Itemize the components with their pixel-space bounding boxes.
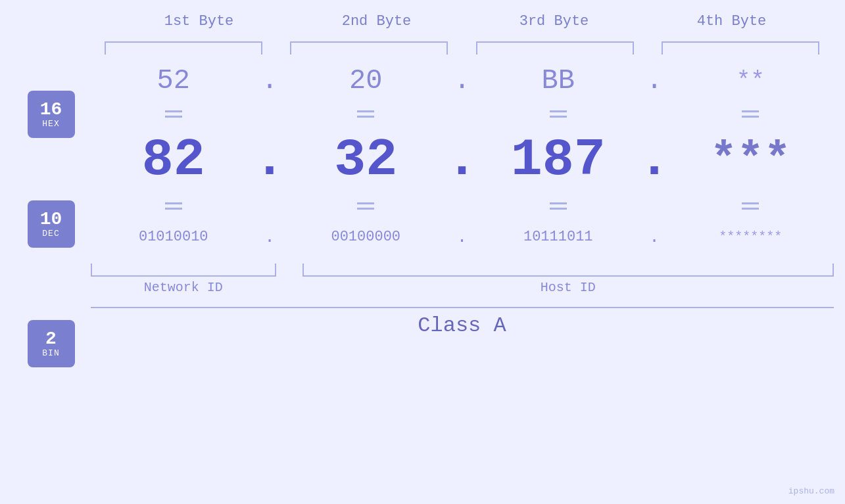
host-id-label: Host ID <box>302 280 834 295</box>
top-brackets <box>91 35 834 55</box>
eq2-b2 <box>283 202 449 210</box>
hex-label: HEX <box>42 119 59 129</box>
bin-dot3: . <box>641 227 667 247</box>
byte-header-2: 2nd Byte <box>288 13 466 35</box>
bin-dot2: . <box>449 227 475 247</box>
hex-byte2: 20 <box>283 65 449 97</box>
hex-number: 16 <box>40 101 62 119</box>
dec-dot2: . <box>449 130 475 190</box>
eq1-b2 <box>283 110 449 118</box>
dec-dot1: . <box>256 130 283 190</box>
dec-badge: 10 DEC <box>28 200 75 248</box>
byte-headers: 1st Byte 2nd Byte 3rd Byte 4th Byte <box>110 13 821 35</box>
hex-dot3: . <box>641 65 667 97</box>
bin-label: BIN <box>42 348 59 358</box>
eq1-b1 <box>91 110 257 118</box>
bin-byte4: ******** <box>667 229 834 244</box>
dec-byte4: *** <box>667 135 834 185</box>
dec-byte3: 187 <box>475 130 642 190</box>
bottom-brackets <box>91 263 834 277</box>
class-label: Class A <box>418 313 506 338</box>
dec-number: 10 <box>40 210 62 229</box>
bracket-top-1 <box>91 35 277 55</box>
bin-byte1: 01010010 <box>91 229 257 245</box>
dec-label: DEC <box>42 229 59 239</box>
bracket-top-3 <box>462 35 648 55</box>
bin-byte3: 10111011 <box>475 229 642 245</box>
dec-row: 82 . 32 . 187 . *** <box>91 124 834 196</box>
byte-header-4: 4th Byte <box>643 13 821 35</box>
byte-header-1: 1st Byte <box>110 13 288 35</box>
hex-dot2: . <box>449 65 475 97</box>
bases-column: 16 HEX 10 DEC 2 BIN <box>12 35 91 367</box>
network-id-label: Network ID <box>91 280 277 295</box>
dec-dot3: . <box>641 130 667 190</box>
hex-byte4: ** <box>667 68 834 95</box>
class-section: Class A <box>91 307 834 338</box>
eq2-b3 <box>475 202 642 210</box>
equals-row-2 <box>91 196 834 216</box>
dec-byte2: 32 <box>283 130 449 190</box>
hex-byte1: 52 <box>91 65 257 97</box>
hex-byte3: BB <box>475 65 642 97</box>
bracket-network <box>91 263 277 277</box>
eq2-b4 <box>667 202 834 210</box>
bin-dot1: . <box>256 227 283 247</box>
byte-header-3: 3rd Byte <box>466 13 643 35</box>
id-labels: Network ID Host ID <box>91 280 834 295</box>
equals-row-1 <box>91 104 834 124</box>
watermark: ipshu.com <box>788 486 834 496</box>
hex-badge: 16 HEX <box>28 91 75 138</box>
data-section: 52 . 20 . BB . ** <box>91 35 834 338</box>
eq1-b4 <box>667 110 834 118</box>
hex-dot1: . <box>256 65 283 97</box>
hex-row: 52 . 20 . BB . ** <box>91 58 834 104</box>
bin-row: 01010010 . 00100000 . 10111011 . <box>91 216 834 258</box>
bin-byte2: 00100000 <box>283 229 449 245</box>
eq1-b3 <box>475 110 642 118</box>
bracket-top-2 <box>276 35 462 55</box>
eq2-b1 <box>91 202 257 210</box>
main-container: 1st Byte 2nd Byte 3rd Byte 4th Byte 16 H… <box>0 0 845 504</box>
bin-number: 2 <box>45 330 57 348</box>
bracket-top-4 <box>648 35 834 55</box>
bin-badge: 2 BIN <box>28 320 75 367</box>
bracket-host <box>302 263 834 277</box>
dec-byte1: 82 <box>91 130 257 190</box>
